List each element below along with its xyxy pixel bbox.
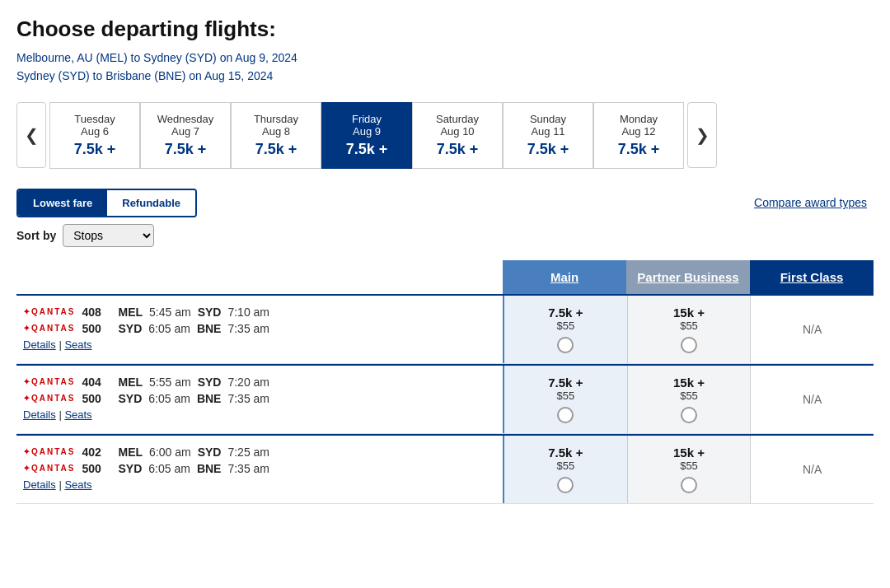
date-tab-aug-6[interactable]: Tuesday Aug 6 7.5k + xyxy=(49,102,140,169)
price-points: 15k + xyxy=(673,376,705,390)
arr-airport: SYD xyxy=(198,446,222,459)
dep-time: 6:05 am xyxy=(148,322,190,335)
dep-time: 6:05 am xyxy=(148,392,190,405)
price-cell-2-1: 15k + $55 xyxy=(627,436,751,503)
qantas-logo: ✦QANTAS xyxy=(23,447,75,456)
flight-group-2: ✦QANTAS 402 MEL 6:00 am SYD 7:25 am ✦QAN… xyxy=(16,434,874,504)
qantas-logo: ✦QANTAS xyxy=(23,464,75,473)
dep-airport: MEL xyxy=(118,446,143,459)
radio-button[interactable] xyxy=(681,407,697,423)
price-na: N/A xyxy=(803,323,822,336)
page-title: Choose departing flights: xyxy=(16,16,874,42)
route-info: Melbourne, AU (MEL) to Sydney (SYD) on A… xyxy=(16,49,874,86)
seats-link[interactable]: Seats xyxy=(64,338,91,351)
details-link[interactable]: Details xyxy=(23,478,56,491)
price-cell-0-2: N/A xyxy=(750,296,874,363)
price-cells-2: 7.5k + $55 15k + $55 N/A xyxy=(503,436,874,503)
seats-link[interactable]: Seats xyxy=(64,408,91,421)
qantas-icon: ✦QANTAS xyxy=(23,464,75,473)
flight-number: 404 xyxy=(82,376,111,389)
date-tab-aug-9[interactable]: Friday Aug 9 7.5k + xyxy=(321,102,412,169)
sort-row: Sort by StopsPriceDuration xyxy=(16,224,874,247)
col-header-partner[interactable]: Partner Business xyxy=(626,260,750,294)
radio-button[interactable] xyxy=(681,337,697,353)
flight-line-1-0: ✦QANTAS 404 MEL 5:55 am SYD 7:20 am xyxy=(23,376,496,389)
qantas-icon: ✦QANTAS xyxy=(23,394,75,403)
price-points: 7.5k + xyxy=(548,306,583,320)
details-row-2: Details | Seats xyxy=(23,478,496,491)
fare-btn-refundable[interactable]: Refundable xyxy=(107,190,195,216)
radio-button[interactable] xyxy=(557,337,574,353)
flight-number: 500 xyxy=(82,462,111,475)
flight-group-0: ✦QANTAS 408 MEL 5:45 am SYD 7:10 am ✦QAN… xyxy=(16,294,874,364)
radio-button[interactable] xyxy=(681,477,697,493)
dep-time: 5:55 am xyxy=(149,376,191,389)
date-tab-aug-8[interactable]: Thursday Aug 8 7.5k + xyxy=(231,102,321,169)
qantas-logo: ✦QANTAS xyxy=(23,324,75,333)
qantas-icon: ✦QANTAS xyxy=(23,377,75,386)
price-cell-1-0: 7.5k + $55 xyxy=(503,366,627,433)
flight-line-0-0: ✦QANTAS 408 MEL 5:45 am SYD 7:10 am xyxy=(23,306,496,319)
flight-line-0-1: ✦QANTAS 500 SYD 6:05 am BNE 7:35 am xyxy=(23,322,496,335)
flights-list: ✦QANTAS 408 MEL 5:45 am SYD 7:10 am ✦QAN… xyxy=(16,294,874,504)
price-dollars: $55 xyxy=(680,390,698,402)
date-tab-aug-7[interactable]: Wednesday Aug 7 7.5k + xyxy=(140,102,231,169)
flight-number: 500 xyxy=(82,392,111,405)
dep-airport: MEL xyxy=(118,306,143,319)
flight-info-0: ✦QANTAS 408 MEL 5:45 am SYD 7:10 am ✦QAN… xyxy=(16,296,503,363)
compare-award-types-link[interactable]: Compare award types xyxy=(754,196,867,209)
dep-time: 6:00 am xyxy=(149,446,191,459)
radio-button[interactable] xyxy=(557,407,574,423)
route-line-2: Sydney (SYD) to Brisbane (BNE) on Aug 15… xyxy=(16,67,874,85)
dep-airport: MEL xyxy=(118,376,143,389)
price-na: N/A xyxy=(803,393,822,406)
prev-dates-button[interactable]: ❮ xyxy=(16,102,46,168)
col-spacer xyxy=(16,260,503,294)
fare-btn-lowest-fare[interactable]: Lowest fare xyxy=(18,190,107,216)
arr-airport: SYD xyxy=(198,306,222,319)
flight-number: 408 xyxy=(82,306,111,319)
dep-airport: SYD xyxy=(118,392,142,405)
price-dollars: $55 xyxy=(680,320,698,332)
col-header-first[interactable]: First Class xyxy=(750,260,874,294)
price-cell-1-2: N/A xyxy=(750,366,874,433)
column-header-row: MainPartner BusinessFirst Class xyxy=(16,260,874,294)
flight-number: 402 xyxy=(82,446,111,459)
price-cells-0: 7.5k + $55 15k + $55 N/A xyxy=(503,296,874,363)
date-tabs: Tuesday Aug 6 7.5k + Wednesday Aug 7 7.5… xyxy=(49,102,684,169)
price-points: 15k + xyxy=(673,446,705,460)
flight-line-2-1: ✦QANTAS 500 SYD 6:05 am BNE 7:35 am xyxy=(23,462,496,475)
next-dates-button[interactable]: ❯ xyxy=(687,102,717,168)
arr-airport: BNE xyxy=(197,392,222,405)
price-dollars: $55 xyxy=(556,320,574,332)
arr-time: 7:35 am xyxy=(227,392,269,405)
qantas-icon: ✦QANTAS xyxy=(23,324,75,333)
date-tab-aug-12[interactable]: Monday Aug 12 7.5k + xyxy=(593,102,684,169)
arr-time: 7:20 am xyxy=(227,376,269,389)
price-cell-2-2: N/A xyxy=(750,436,874,503)
date-navigation: ❮ Tuesday Aug 6 7.5k + Wednesday Aug 7 7… xyxy=(16,102,874,169)
seats-link[interactable]: Seats xyxy=(64,478,91,491)
arr-time: 7:35 am xyxy=(227,462,269,475)
arr-airport: SYD xyxy=(198,376,222,389)
date-tab-aug-11[interactable]: Sunday Aug 11 7.5k + xyxy=(503,102,593,169)
qantas-icon: ✦QANTAS xyxy=(23,307,75,316)
details-link[interactable]: Details xyxy=(23,338,56,351)
col-header-main[interactable]: Main xyxy=(503,260,626,294)
qantas-icon: ✦QANTAS xyxy=(23,447,75,456)
details-link[interactable]: Details xyxy=(23,408,56,421)
flight-number: 500 xyxy=(82,322,111,335)
flight-info-1: ✦QANTAS 404 MEL 5:55 am SYD 7:20 am ✦QAN… xyxy=(16,366,503,433)
dep-time: 5:45 am xyxy=(149,306,191,319)
date-tab-aug-10[interactable]: Saturday Aug 10 7.5k + xyxy=(412,102,503,169)
price-na: N/A xyxy=(803,463,822,476)
route-line-1: Melbourne, AU (MEL) to Sydney (SYD) on A… xyxy=(16,49,874,67)
flight-line-1-1: ✦QANTAS 500 SYD 6:05 am BNE 7:35 am xyxy=(23,392,496,405)
sort-select[interactable]: StopsPriceDuration xyxy=(63,224,154,247)
radio-button[interactable] xyxy=(557,477,574,493)
arr-time: 7:10 am xyxy=(227,306,269,319)
sort-label: Sort by xyxy=(16,229,56,242)
arr-airport: BNE xyxy=(197,322,222,335)
price-cell-2-0: 7.5k + $55 xyxy=(503,436,627,503)
details-row-1: Details | Seats xyxy=(23,408,496,421)
